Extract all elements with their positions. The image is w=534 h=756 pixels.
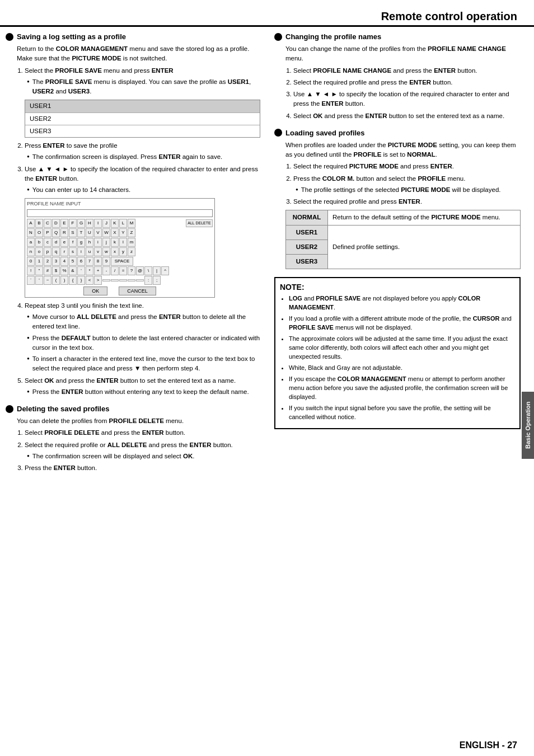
key-X[interactable]: X: [111, 228, 119, 237]
key-1[interactable]: 1: [35, 257, 43, 266]
key-z[interactable]: z: [128, 247, 135, 256]
key-Q[interactable]: Q: [52, 228, 60, 237]
key-6[interactable]: 6: [77, 257, 85, 266]
keyboard-row-7: `'~(){}<> :;: [27, 276, 213, 285]
key-rparen[interactable]: ): [60, 276, 68, 285]
key-qmark[interactable]: ?: [128, 266, 135, 275]
key-Y[interactable]: Y: [119, 228, 127, 237]
keyboard-cancel-button[interactable]: CANCEL: [119, 287, 156, 295]
key-D[interactable]: D: [52, 219, 60, 228]
key-minus[interactable]: -: [102, 266, 110, 275]
key-0[interactable]: 0: [27, 257, 35, 266]
saving-step-5: Select OK and press the ENTER button to …: [25, 376, 260, 397]
key-j[interactable]: j: [102, 238, 110, 247]
key-V[interactable]: V: [94, 228, 102, 237]
key-plus[interactable]: +: [94, 266, 102, 275]
key-i[interactable]: i: [94, 238, 102, 247]
section-deleting-heading: Deleting the saved profiles: [17, 405, 109, 413]
key-n[interactable]: n: [27, 247, 35, 256]
key-rbrace[interactable]: }: [77, 276, 85, 285]
key-dollar[interactable]: $: [52, 266, 60, 275]
key-d[interactable]: d: [52, 238, 60, 247]
key-apos2[interactable]: ': [35, 276, 43, 285]
key-O[interactable]: O: [35, 228, 43, 237]
key-backtick[interactable]: `: [27, 276, 35, 285]
key-T[interactable]: T: [77, 228, 85, 237]
key-r[interactable]: r: [60, 247, 68, 256]
key-8[interactable]: 8: [94, 257, 102, 266]
key-e[interactable]: e: [60, 238, 68, 247]
key-q[interactable]: q: [52, 247, 60, 256]
key-caret[interactable]: ^: [161, 266, 169, 275]
key-amp[interactable]: &: [69, 266, 77, 275]
key-K[interactable]: K: [111, 219, 119, 228]
key-i2[interactable]: i: [77, 247, 85, 256]
key-U[interactable]: U: [86, 228, 93, 237]
key-k[interactable]: k: [111, 238, 119, 247]
key-v[interactable]: v: [94, 247, 102, 256]
key-star[interactable]: *: [86, 266, 93, 275]
key-C[interactable]: C: [44, 219, 51, 228]
key-I[interactable]: I: [94, 219, 102, 228]
key-pct[interactable]: %: [60, 266, 68, 275]
key-3[interactable]: 3: [52, 257, 60, 266]
key-h[interactable]: h: [86, 238, 93, 247]
key-o[interactable]: o: [35, 247, 43, 256]
key-quot[interactable]: ": [35, 266, 43, 275]
key-5[interactable]: 5: [69, 257, 77, 266]
key-l[interactable]: l: [119, 238, 127, 247]
key-lparen[interactable]: (: [52, 276, 60, 285]
key-G[interactable]: G: [77, 219, 85, 228]
key-u[interactable]: u: [86, 247, 93, 256]
section-saving-content: Return to the COLOR MANAGEMENT menu and …: [17, 44, 260, 397]
key-tilde[interactable]: ~: [44, 276, 51, 285]
key-N[interactable]: N: [27, 228, 35, 237]
key-H[interactable]: H: [86, 219, 93, 228]
key-f[interactable]: f: [69, 238, 77, 247]
key-B[interactable]: B: [35, 219, 43, 228]
key-g[interactable]: g: [77, 238, 85, 247]
key-lbrace[interactable]: {: [69, 276, 77, 285]
key-at[interactable]: @: [136, 266, 144, 275]
key-colon[interactable]: :: [144, 276, 152, 285]
key-apos[interactable]: ': [77, 266, 85, 275]
key-semi[interactable]: ;: [153, 276, 161, 285]
key-7[interactable]: 7: [86, 257, 93, 266]
saving-step-2-subs: The confirmation screen is displayed. Pr…: [27, 152, 260, 162]
key-y[interactable]: y: [119, 247, 127, 256]
key-S[interactable]: S: [69, 228, 77, 237]
key-a[interactable]: a: [27, 238, 35, 247]
key-P[interactable]: P: [44, 228, 51, 237]
key-M[interactable]: M: [128, 219, 135, 228]
key-c[interactable]: c: [44, 238, 51, 247]
key-A[interactable]: A: [27, 219, 35, 228]
key-F[interactable]: F: [69, 219, 77, 228]
key-hash[interactable]: #: [44, 266, 51, 275]
key-2[interactable]: 2: [44, 257, 51, 266]
key-lt[interactable]: <: [86, 276, 93, 285]
key-L[interactable]: L: [119, 219, 127, 228]
key-m[interactable]: m: [128, 238, 135, 247]
key-slash[interactable]: /: [111, 266, 119, 275]
key-gt[interactable]: >: [94, 276, 102, 285]
key-space[interactable]: SPACE: [111, 257, 133, 266]
keyboard-ok-button[interactable]: OK: [83, 287, 107, 295]
key-x[interactable]: x: [111, 247, 119, 256]
key-b[interactable]: b: [35, 238, 43, 247]
key-J[interactable]: J: [102, 219, 110, 228]
key-bslash[interactable]: \: [144, 266, 152, 275]
key-p[interactable]: p: [44, 247, 51, 256]
key-9[interactable]: 9: [102, 257, 110, 266]
key-eq[interactable]: =: [119, 266, 127, 275]
key-E[interactable]: E: [60, 219, 68, 228]
key-pipe[interactable]: |: [153, 266, 161, 275]
key-all-delete[interactable]: ALL DELETE: [186, 219, 213, 228]
key-4[interactable]: 4: [60, 257, 68, 266]
key-R[interactable]: R: [60, 228, 68, 237]
keyboard-input-box[interactable]: [27, 209, 213, 217]
key-excl[interactable]: !: [27, 266, 35, 275]
key-w[interactable]: w: [102, 247, 110, 256]
key-W[interactable]: W: [102, 228, 110, 237]
key-Z[interactable]: Z: [128, 228, 135, 237]
key-s[interactable]: s: [69, 247, 77, 256]
